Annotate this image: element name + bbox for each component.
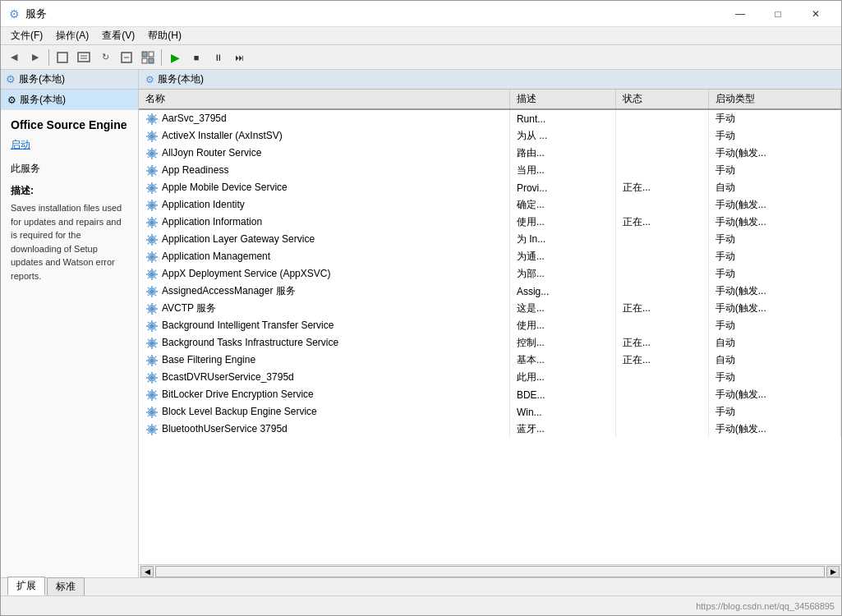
properties-button[interactable] [138, 48, 158, 67]
table-row[interactable]: AppX Deployment Service (AppXSVC)为部...手动 [139, 265, 841, 283]
service-desc-cell: 这是... [509, 300, 615, 317]
right-header-label: 服务(本地) [158, 72, 204, 86]
service-name-cell: BluetoothUserService 3795d [139, 421, 509, 438]
back-button[interactable]: ◀ [4, 48, 24, 67]
service-startup-cell: 自动 [708, 352, 840, 369]
table-row[interactable]: AssignedAccessManager 服务Assig...手动(触发... [139, 283, 841, 300]
service-status-cell [615, 369, 708, 386]
horizontal-scrollbar[interactable]: ◀ ▶ [139, 564, 841, 577]
table-row[interactable]: Background Tasks Infrastructure Service控… [139, 334, 841, 352]
detail-start-link[interactable]: 启动 [11, 138, 128, 152]
detail-description: Saves installation files used for update… [11, 201, 128, 283]
svg-rect-1 [78, 53, 90, 62]
service-desc-cell: 使用... [509, 214, 615, 231]
menu-help[interactable]: 帮助(H) [141, 27, 188, 44]
service-gear-icon [145, 268, 159, 281]
service-desc-cell: Assig... [509, 283, 615, 300]
scroll-right-button[interactable]: ▶ [826, 566, 840, 577]
table-row[interactable]: BitLocker Drive Encryption ServiceBDE...… [139, 386, 841, 403]
service-startup-cell: 手动(触发... [708, 196, 840, 214]
stop-button[interactable]: ■ [186, 48, 206, 67]
show-button[interactable] [74, 48, 94, 67]
service-gear-icon [145, 302, 159, 315]
table-row[interactable]: App Readiness当用...手动 [139, 162, 841, 179]
service-gear-icon [145, 337, 159, 350]
close-button[interactable]: ✕ [797, 1, 835, 27]
menu-bar: 文件(F) 操作(A) 查看(V) 帮助(H) [1, 27, 841, 45]
service-status-cell [615, 127, 708, 145]
scroll-left-button[interactable]: ◀ [140, 566, 154, 577]
tab-standard[interactable]: 标准 [47, 577, 85, 595]
service-gear-icon [145, 233, 159, 246]
refresh-button[interactable]: ↻ [95, 48, 115, 67]
table-row[interactable]: Apple Mobile Device ServiceProvi...正在...… [139, 179, 841, 196]
table-header-row: 名称 描述 状态 启动类型 [139, 90, 841, 109]
restart-button[interactable]: ⏭ [229, 48, 249, 67]
services-table-container[interactable]: 名称 描述 状态 启动类型 AarSvc_3795dRunt...手动 Acti… [139, 90, 841, 564]
svg-rect-7 [149, 52, 154, 57]
table-row[interactable]: Application Identity确定...手动(触发... [139, 196, 841, 214]
table-row[interactable]: BcastDVRUserService_3795d此用...手动 [139, 369, 841, 386]
svg-point-20 [150, 203, 154, 207]
tree-icon-services: ⚙ [7, 94, 16, 106]
service-name-cell: AssignedAccessManager 服务 [139, 283, 509, 300]
service-status-cell [615, 386, 708, 403]
menu-action[interactable]: 操作(A) [49, 27, 95, 44]
service-startup-cell: 自动 [708, 334, 840, 352]
svg-point-42 [150, 393, 154, 397]
svg-point-14 [150, 151, 154, 155]
col-header-status[interactable]: 状态 [615, 90, 708, 109]
maximize-button[interactable]: □ [759, 1, 797, 27]
service-desc-cell: 当用... [509, 162, 615, 179]
right-panel: ⚙ 服务(本地) 名称 描述 状态 启动类型 [139, 70, 841, 577]
play-button[interactable]: ▶ [165, 48, 185, 67]
service-status-cell: 正在... [615, 334, 708, 352]
table-row[interactable]: AVCTP 服务这是...正在...手动(触发... [139, 300, 841, 317]
service-startup-cell: 手动(触发... [708, 214, 840, 231]
service-status-cell [615, 109, 708, 127]
service-desc-cell: 为从 ... [509, 127, 615, 145]
service-startup-cell: 手动 [708, 127, 840, 145]
tree-item-local-services[interactable]: ⚙ 服务(本地) [1, 90, 138, 110]
tab-expand[interactable]: 扩展 [7, 577, 45, 595]
service-gear-icon [145, 199, 159, 212]
up-button[interactable] [53, 48, 72, 67]
left-panel: ⚙ 服务(本地) ⚙ 服务(本地) Office Source Engine 启… [1, 70, 139, 577]
menu-file[interactable]: 文件(F) [4, 27, 49, 44]
table-row[interactable]: Application Layer Gateway Service为 In...… [139, 231, 841, 248]
tree-item-label: 服务(本地) [20, 93, 66, 107]
detail-service-title: Office Source Engine [11, 118, 128, 131]
toolbar-separator-2 [161, 49, 162, 66]
service-name-cell: Application Management [139, 248, 509, 265]
col-header-desc[interactable]: 描述 [509, 90, 615, 109]
table-row[interactable]: AarSvc_3795dRunt...手动 [139, 109, 841, 127]
svg-point-28 [150, 272, 154, 276]
table-row[interactable]: Block Level Backup Engine ServiceWin...手… [139, 403, 841, 421]
table-row[interactable]: BluetoothUserService 3795d蓝牙...手动(触发... [139, 421, 841, 438]
table-row[interactable]: Base Filtering Engine基本...正在...自动 [139, 352, 841, 369]
service-name-cell: Application Layer Gateway Service [139, 231, 509, 248]
service-desc-cell: 路由... [509, 145, 615, 162]
table-row[interactable]: ActiveX Installer (AxInstSV)为从 ...手动 [139, 127, 841, 145]
col-header-name[interactable]: 名称 [139, 90, 509, 109]
service-desc-cell: 确定... [509, 196, 615, 214]
svg-rect-6 [142, 52, 147, 57]
service-status-cell [615, 248, 708, 265]
table-row[interactable]: Application Management为通...手动 [139, 248, 841, 265]
forward-button[interactable]: ▶ [25, 48, 45, 67]
service-status-cell [615, 162, 708, 179]
export-button[interactable] [117, 48, 136, 67]
table-row[interactable]: Application Information使用...正在...手动(触发..… [139, 214, 841, 231]
right-panel-header: ⚙ 服务(本地) [139, 70, 841, 90]
menu-view[interactable]: 查看(V) [95, 27, 141, 44]
table-row[interactable]: AllJoyn Router Service路由...手动(触发... [139, 145, 841, 162]
window-controls: — □ ✕ [721, 1, 835, 27]
service-status-cell [615, 145, 708, 162]
service-status-cell: 正在... [615, 300, 708, 317]
service-name-cell: Background Intelligent Transfer Service [139, 317, 509, 334]
pause-button[interactable]: ⏸ [208, 48, 228, 67]
minimize-button[interactable]: — [721, 1, 759, 27]
col-header-startup[interactable]: 启动类型 [708, 90, 840, 109]
table-row[interactable]: Background Intelligent Transfer Service使… [139, 317, 841, 334]
service-desc-cell: Provi... [509, 179, 615, 196]
